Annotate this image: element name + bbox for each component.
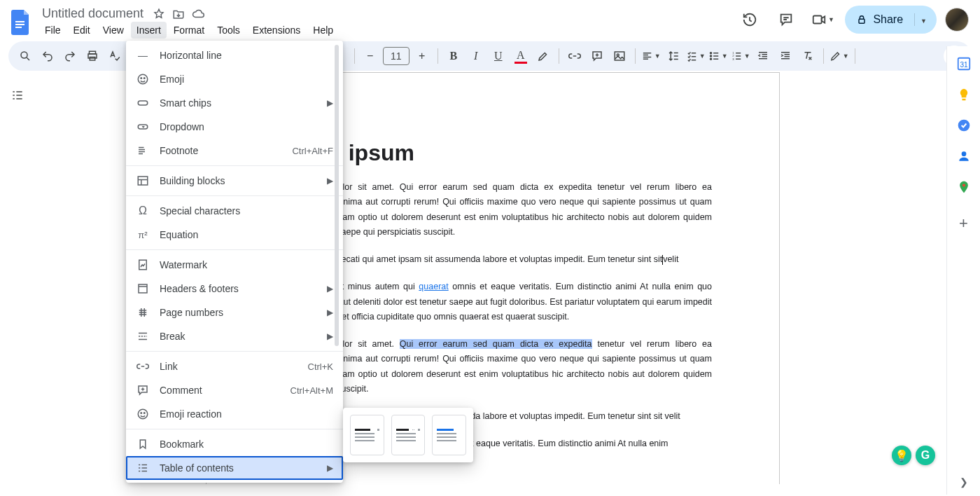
svg-point-11 <box>710 53 711 54</box>
footnote-icon <box>136 144 150 158</box>
mi-bookmark[interactable]: Bookmark <box>126 432 343 456</box>
meet-button[interactable]: ▼ <box>808 6 836 34</box>
menu-help[interactable]: Help <box>307 22 339 39</box>
toc-option-dotted[interactable] <box>391 415 426 455</box>
indent-increase-icon[interactable] <box>776 46 795 66</box>
print-icon[interactable] <box>83 46 102 66</box>
bulleted-list-icon[interactable]: ▼ <box>708 46 728 66</box>
building-blocks-icon <box>136 174 150 188</box>
mi-comment[interactable]: CommentCtrl+Alt+M <box>126 378 343 402</box>
mi-building-blocks[interactable]: Building blocks▶ <box>126 169 343 193</box>
star-icon[interactable] <box>152 7 166 21</box>
menu-view[interactable]: View <box>97 22 130 39</box>
history-icon[interactable] <box>736 6 764 34</box>
mi-dropdown[interactable]: Dropdown <box>126 115 343 139</box>
checklist-icon[interactable]: ▼ <box>686 46 706 66</box>
insert-image-icon[interactable] <box>610 46 629 66</box>
menu-extensions[interactable]: Extensions <box>247 22 306 39</box>
grammarly-lamp-icon[interactable]: 💡 <box>892 446 911 465</box>
submenu-arrow-icon: ▶ <box>327 331 333 341</box>
line-spacing-icon[interactable] <box>664 46 683 66</box>
cloud-status-icon[interactable] <box>191 7 205 21</box>
comments-icon[interactable] <box>772 6 800 34</box>
move-icon[interactable] <box>172 7 186 21</box>
outline-toggle-icon[interactable] <box>7 85 28 106</box>
menu-format[interactable]: Format <box>168 22 210 39</box>
share-button[interactable]: Share ▼ <box>845 6 937 34</box>
svg-point-13 <box>710 58 711 60</box>
emoji-icon <box>136 72 150 86</box>
insert-link-icon[interactable] <box>565 46 584 66</box>
spellcheck-icon[interactable] <box>105 46 125 66</box>
editing-mode-button[interactable]: ▼ <box>830 46 849 66</box>
svg-rect-9 <box>615 52 624 60</box>
page-numbers-icon <box>136 305 150 319</box>
text-color-button[interactable]: A <box>511 46 531 66</box>
svg-rect-2 <box>15 27 22 28</box>
keep-app-icon[interactable] <box>956 87 972 102</box>
menu-edit[interactable]: Edit <box>68 22 96 39</box>
mi-emoji[interactable]: Emoji <box>126 67 343 91</box>
share-label: Share <box>873 13 903 26</box>
mi-emoji-reaction[interactable]: Emoji reaction <box>126 402 343 426</box>
menu-tools[interactable]: Tools <box>211 22 246 39</box>
doc-link[interactable]: quaerat <box>419 282 448 291</box>
numbered-list-icon[interactable]: 123▼ <box>731 46 750 66</box>
mi-special-characters[interactable]: ΩSpecial characters <box>126 199 343 223</box>
underline-button[interactable]: U <box>489 46 508 66</box>
watermark-icon <box>136 258 150 272</box>
svg-point-17 <box>138 74 148 84</box>
maps-app-icon[interactable] <box>956 179 972 195</box>
menu-file[interactable]: File <box>39 22 66 39</box>
docs-logo[interactable] <box>8 10 34 35</box>
font-size-increase[interactable]: + <box>412 46 432 66</box>
svg-point-32 <box>961 151 966 156</box>
align-button[interactable]: ▼ <box>641 46 661 66</box>
mi-break[interactable]: Break▶ <box>126 324 343 348</box>
avatar[interactable] <box>945 8 969 32</box>
side-panel: 31 + ❯ <box>946 46 980 495</box>
indent-decrease-icon[interactable] <box>753 46 773 66</box>
highlight-button[interactable] <box>533 46 553 66</box>
svg-rect-30 <box>962 99 965 101</box>
insert-menu-dropdown: ―Horizontal line Emoji Smart chips▶ Drop… <box>126 41 343 483</box>
toc-option-plain[interactable] <box>350 415 384 455</box>
undo-icon[interactable] <box>38 46 57 66</box>
calendar-app-icon[interactable]: 31 <box>956 56 972 71</box>
contacts-app-icon[interactable] <box>956 149 972 164</box>
mi-watermark[interactable]: Watermark <box>126 253 343 277</box>
svg-rect-3 <box>813 16 822 24</box>
mi-horizontal-line[interactable]: ―Horizontal line <box>126 43 343 67</box>
bold-button[interactable]: B <box>444 46 463 66</box>
mi-headers-footers[interactable]: Headers & footers▶ <box>126 277 343 301</box>
mi-equation[interactable]: π²Equation <box>126 223 343 247</box>
get-addons-icon[interactable]: + <box>959 214 968 233</box>
hide-sidepanel-icon[interactable]: ❯ <box>960 476 968 488</box>
bookmark-icon <box>136 437 150 451</box>
mi-page-numbers[interactable]: Page numbers▶ <box>126 301 343 324</box>
grammarly-icon[interactable]: G <box>916 446 935 465</box>
share-caret-icon[interactable]: ▼ <box>914 13 927 26</box>
svg-point-19 <box>144 78 146 79</box>
font-size-decrease[interactable]: − <box>360 46 380 66</box>
mi-link[interactable]: LinkCtrl+K <box>126 354 343 378</box>
redo-icon[interactable] <box>60 46 80 66</box>
dropdown-icon <box>136 120 150 134</box>
search-icon[interactable] <box>15 46 35 66</box>
italic-button[interactable]: I <box>466 46 486 66</box>
doc-title[interactable]: Untitled document <box>39 6 146 22</box>
comment-icon <box>136 383 150 397</box>
font-size-input[interactable]: 11 <box>383 47 410 65</box>
add-comment-icon[interactable] <box>587 46 607 66</box>
clear-formatting-icon[interactable] <box>798 46 818 66</box>
svg-point-5 <box>21 52 27 58</box>
omega-icon: Ω <box>136 204 150 218</box>
mi-table-of-contents[interactable]: Table of contents▶ <box>126 456 343 480</box>
mi-smart-chips[interactable]: Smart chips▶ <box>126 91 343 115</box>
svg-point-18 <box>141 78 142 79</box>
mi-footnote[interactable]: FootnoteCtrl+Alt+F <box>126 139 343 163</box>
menu-insert[interactable]: Insert <box>131 22 167 39</box>
tasks-app-icon[interactable] <box>956 118 972 133</box>
toc-option-links[interactable] <box>432 415 466 455</box>
submenu-arrow-icon: ▶ <box>327 176 333 186</box>
